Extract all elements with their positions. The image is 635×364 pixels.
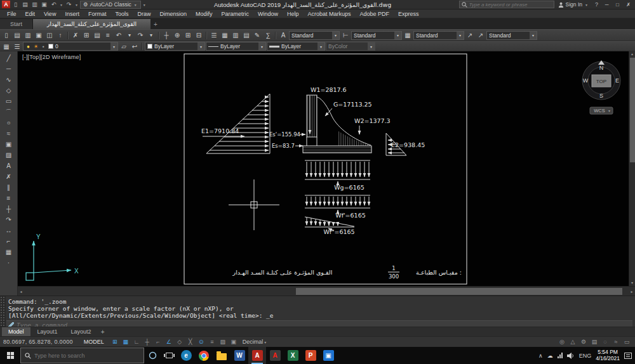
- properties-icon[interactable]: ☰: [209, 31, 219, 40]
- close-button[interactable]: ✗: [624, 1, 633, 9]
- taskbar-app-chrome[interactable]: [195, 347, 213, 364]
- osnap-tracking-icon[interactable]: ╳: [185, 338, 196, 346]
- text-tool-icon[interactable]: A: [2, 160, 16, 171]
- qnew-tool-icon[interactable]: ▯: [1, 31, 11, 40]
- zoom-realtime-icon[interactable]: ⊕: [172, 31, 182, 40]
- quick-calc-icon[interactable]: ∑: [263, 31, 273, 40]
- pan-icon[interactable]: ┼: [161, 31, 171, 40]
- command-panel-grip[interactable]: [0, 296, 6, 327]
- lineweight-combo[interactable]: ByLayer ▾: [267, 42, 325, 51]
- menu-draw[interactable]: Draw: [133, 11, 155, 17]
- arc-tool-icon[interactable]: ⌒: [2, 107, 16, 117]
- undo-icon[interactable]: ↶: [50, 1, 58, 9]
- units-dropdown[interactable]: Decimal ▾: [239, 339, 270, 345]
- text-style-combo[interactable]: Standard ▾: [289, 31, 340, 40]
- osnap-icon[interactable]: ⊙: [196, 338, 206, 346]
- markup-icon[interactable]: ✎: [252, 31, 262, 40]
- zoom-window-icon[interactable]: ⊞: [183, 31, 193, 40]
- rotate-tool-icon[interactable]: ↷: [2, 214, 16, 225]
- dynamic-input-icon[interactable]: ┼: [142, 338, 152, 346]
- zoom-previous-icon[interactable]: ⊟: [194, 31, 204, 40]
- publish-icon[interactable]: ↑: [55, 31, 65, 40]
- qat-overflow-icon[interactable]: ▾: [142, 3, 147, 7]
- tab-layout1[interactable]: Layout1: [31, 327, 64, 336]
- autoscale-icon[interactable]: △: [568, 338, 578, 346]
- construction-line-tool-icon[interactable]: ─: [2, 63, 16, 74]
- point-tool-icon[interactable]: ·: [2, 257, 16, 268]
- viewport-controls[interactable]: [-][Top][2D Wireframe]: [22, 54, 81, 60]
- taskbar-app-powerpoint[interactable]: P: [302, 347, 319, 364]
- workspace-switching-icon[interactable]: ⚙: [578, 338, 589, 346]
- plot-tool-icon[interactable]: ▣: [34, 31, 44, 40]
- compass-south[interactable]: S: [599, 93, 603, 99]
- new-tab-button[interactable]: +: [150, 19, 161, 29]
- mirror-tool-icon[interactable]: ∥: [2, 182, 16, 193]
- paste-icon[interactable]: ▤: [92, 31, 102, 40]
- scale-tool-icon[interactable]: ↔: [2, 225, 16, 236]
- taskbar-app-autocad[interactable]: A: [248, 347, 266, 364]
- sign-in-button[interactable]: Sign In ▾: [556, 1, 591, 8]
- horizontal-scroll-track[interactable]: [24, 288, 629, 295]
- hatch-tool-icon[interactable]: ▨: [2, 150, 16, 160]
- workspace-combo[interactable]: ⚙ AutoCAD Classic ▾: [80, 1, 141, 9]
- cut-icon[interactable]: ✗: [70, 31, 81, 40]
- rectangle-tool-icon[interactable]: ▭: [2, 96, 16, 107]
- linetype-combo[interactable]: ByLayer ▾: [206, 42, 266, 51]
- taskbar-app-photos[interactable]: ▣: [319, 347, 337, 364]
- undo-tool-icon[interactable]: ↶: [114, 31, 124, 40]
- taskbar-app-excel[interactable]: X: [284, 347, 302, 364]
- scroll-right-icon[interactable]: ▸: [629, 289, 635, 294]
- array-tool-icon[interactable]: ▦: [2, 247, 16, 257]
- model-space-canvas[interactable]: E1=7910.84 W1=2817.6 G=17113.25 W2=1377.…: [18, 51, 629, 286]
- quick-properties-icon[interactable]: ▤: [589, 338, 599, 346]
- menu-parametric[interactable]: Parametric: [217, 11, 254, 17]
- sheet-set-manager-icon[interactable]: ▤: [241, 31, 251, 40]
- move-tool-icon[interactable]: ┼: [2, 204, 16, 214]
- open-icon[interactable]: ▤: [21, 1, 29, 9]
- onedrive-cloud-icon[interactable]: ☁: [547, 353, 553, 359]
- scroll-up-icon[interactable]: ▴: [629, 51, 635, 57]
- menu-express[interactable]: Express: [394, 11, 424, 17]
- undo-dropdown-icon[interactable]: ▾: [59, 3, 64, 7]
- clean-screen-icon[interactable]: ▭: [622, 338, 632, 346]
- compass-east[interactable]: E: [615, 77, 619, 84]
- dim-style-combo[interactable]: Standard ▾: [351, 31, 402, 40]
- menu-tools[interactable]: Tools: [110, 11, 133, 17]
- action-center-icon[interactable]: [624, 353, 632, 359]
- undo-list-icon[interactable]: ▾: [124, 31, 135, 40]
- taskbar-search-box[interactable]: [20, 348, 144, 363]
- ortho-icon[interactable]: ⌐: [153, 338, 163, 346]
- menu-insert[interactable]: Insert: [60, 11, 84, 17]
- multileader-icon[interactable]: ↗: [465, 31, 475, 40]
- network-icon[interactable]: [558, 353, 563, 358]
- menu-edit[interactable]: Edit: [21, 11, 40, 17]
- design-center-icon[interactable]: ▦: [220, 31, 230, 40]
- open-tool-icon[interactable]: ▤: [12, 31, 22, 40]
- menu-view[interactable]: View: [39, 11, 60, 17]
- horizontal-scrollbar[interactable]: ◂ ▸: [18, 286, 635, 296]
- menu-help[interactable]: Help: [283, 11, 304, 17]
- help-search-input[interactable]: [469, 2, 552, 8]
- revision-cloud-tool-icon[interactable]: ≈: [2, 128, 16, 139]
- menu-adobe-pdf[interactable]: Adobe PDF: [356, 11, 394, 17]
- vertical-scroll-thumb[interactable]: [630, 58, 635, 162]
- transparency-icon[interactable]: ▨: [218, 338, 228, 346]
- trim-tool-icon[interactable]: ⌐: [2, 236, 16, 247]
- redo-tool-icon[interactable]: ↷: [135, 31, 145, 40]
- save-tool-icon[interactable]: ▥: [23, 31, 33, 40]
- plot-icon[interactable]: ▣: [40, 1, 48, 9]
- isolate-objects-icon[interactable]: ◌: [600, 338, 610, 346]
- polar-tracking-icon[interactable]: ∠: [164, 338, 174, 346]
- autocad-app-button[interactable]: A: [2, 1, 10, 8]
- menu-window[interactable]: Window: [253, 11, 283, 17]
- grid-icon[interactable]: ⊞: [110, 338, 120, 346]
- help-icon[interactable]: ?: [592, 1, 601, 9]
- color-combo[interactable]: ByLayer ▾: [145, 42, 205, 51]
- save-icon[interactable]: ▥: [30, 1, 39, 9]
- menu-file[interactable]: File: [3, 11, 21, 17]
- taskbar-app-acrobat[interactable]: A: [266, 347, 284, 364]
- tab-document[interactable]: القوى_المؤثرة_على_كتلة_السد_الهدار: [33, 19, 150, 29]
- scroll-down-icon[interactable]: ▾: [629, 280, 635, 286]
- line-tool-icon[interactable]: ╱: [2, 53, 16, 63]
- tool-palettes-icon[interactable]: ▥: [231, 31, 241, 40]
